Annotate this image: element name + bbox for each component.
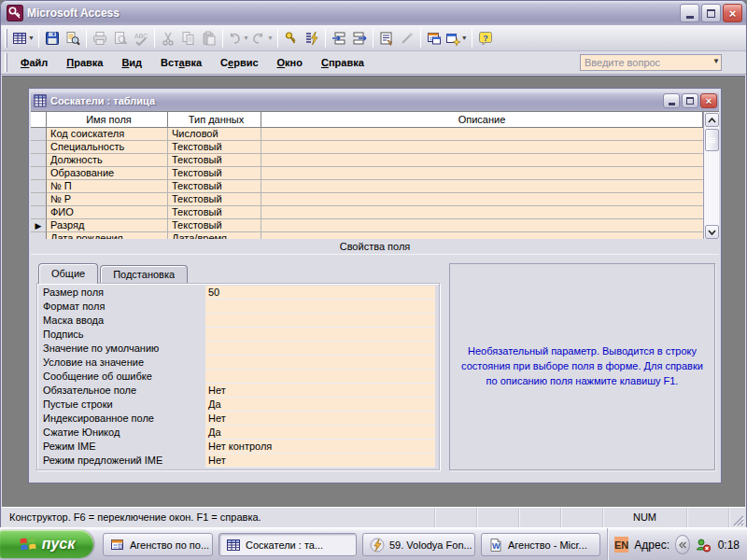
property-row[interactable]: Индексированное полеНет [37, 412, 439, 426]
description-cell[interactable] [261, 193, 719, 206]
property-row[interactable]: Режим предложений IMEНет [37, 454, 439, 468]
data-type-cell[interactable]: Текстовый [168, 180, 261, 193]
field-row[interactable]: Должность Текстовый [31, 154, 719, 167]
primary-key-button[interactable] [281, 28, 302, 49]
field-row[interactable]: Образование Текстовый [31, 167, 719, 180]
row-selector[interactable] [31, 206, 47, 219]
property-value-input[interactable] [205, 370, 435, 384]
data-type-cell[interactable]: Текстовый [168, 167, 261, 180]
description-cell[interactable] [261, 128, 719, 141]
taskbar-item-table[interactable]: Соскатели : та... [218, 533, 357, 556]
resize-grip[interactable] [728, 508, 745, 527]
field-name-cell[interactable]: Образование [47, 167, 168, 180]
database-window-button[interactable] [424, 28, 444, 49]
field-row[interactable]: Дата рождения Дата/время [31, 232, 719, 239]
scroll-up-button[interactable] [705, 113, 719, 127]
description-cell[interactable] [261, 180, 719, 193]
property-value-input[interactable] [205, 300, 435, 314]
menu-file[interactable]: Файл [11, 53, 57, 72]
properties-button[interactable] [376, 28, 397, 49]
property-value-input[interactable]: Нет [205, 454, 435, 468]
data-type-cell[interactable]: Дата/время [168, 232, 261, 239]
taskbar-item-database[interactable]: Агенство по по... [103, 533, 213, 556]
description-cell[interactable] [261, 219, 719, 232]
menu-help[interactable]: Справка [312, 53, 374, 72]
field-row[interactable]: № П Текстовый [31, 180, 719, 193]
property-row[interactable]: Сжатие ЮникодДа [37, 426, 439, 440]
data-type-cell[interactable]: Текстовый [168, 219, 261, 232]
row-selector[interactable] [31, 154, 47, 167]
field-name-cell[interactable]: № П [47, 180, 168, 193]
menubar-grip[interactable] [5, 53, 7, 72]
field-name-cell[interactable]: ФИО [47, 206, 168, 219]
data-type-cell[interactable]: Числовой [168, 128, 261, 141]
toolbar-grip[interactable] [5, 29, 7, 48]
scroll-down-button[interactable] [705, 225, 719, 239]
taskbar-clock[interactable]: 0:18 [718, 539, 740, 552]
menu-edit[interactable]: Правка [57, 53, 112, 72]
property-row[interactable]: Подпись [37, 328, 439, 342]
tab-general[interactable]: Общие [38, 263, 98, 284]
field-row[interactable]: № Р Текстовый [31, 193, 719, 206]
menu-window[interactable]: Окно [268, 53, 312, 72]
delete-rows-button[interactable] [349, 28, 370, 49]
new-object-button[interactable]: ▼ [444, 28, 469, 49]
property-value-input[interactable]: Нет [205, 412, 435, 426]
language-indicator[interactable]: EN [614, 537, 628, 553]
row-selector[interactable] [31, 167, 47, 180]
field-name-cell[interactable]: Специальность [47, 141, 168, 154]
expand-chevron-button[interactable] [675, 535, 690, 554]
property-row[interactable]: Пустые строкиДа [37, 398, 439, 412]
maximize-button[interactable] [701, 4, 721, 22]
child-minimize-button[interactable] [663, 93, 680, 108]
taskbar-item-word[interactable]: W Агенство - Micr... [481, 533, 600, 556]
menu-tools[interactable]: Сервис [211, 53, 267, 72]
property-value-input[interactable]: Да [205, 398, 435, 412]
property-value-input[interactable] [205, 314, 435, 328]
property-value-input[interactable] [205, 342, 435, 356]
field-name-cell[interactable]: Должность [47, 154, 168, 167]
row-selector[interactable] [31, 180, 47, 193]
field-name-cell[interactable]: Разряд [47, 219, 168, 232]
main-title-bar[interactable]: Microsoft Access × [1, 1, 746, 25]
start-button[interactable]: пуск [0, 530, 93, 558]
row-selector[interactable] [31, 193, 47, 206]
field-name-cell[interactable]: Дата рождения [47, 232, 168, 239]
ask-question-input[interactable] [580, 54, 722, 71]
field-row[interactable]: Специальность Текстовый [31, 141, 719, 154]
grid-vertical-scrollbar[interactable] [703, 112, 719, 239]
property-value-input[interactable]: Нет контроля [205, 440, 435, 454]
tab-lookup[interactable]: Подстановка [100, 265, 188, 283]
data-type-cell[interactable]: Текстовый [168, 193, 261, 206]
property-value-input[interactable]: Да [205, 426, 435, 440]
row-selector[interactable] [31, 128, 47, 141]
property-row[interactable]: Обязательное полеНет [37, 384, 439, 398]
property-value-input[interactable]: 50 [205, 286, 435, 300]
description-cell[interactable] [261, 141, 719, 154]
help-button[interactable]: ? [475, 28, 496, 49]
property-row[interactable]: Режим IMEНет контроля [37, 440, 439, 454]
property-row[interactable]: Размер поля50 [37, 286, 439, 300]
description-cell[interactable] [261, 154, 719, 167]
close-button[interactable]: × [723, 4, 742, 22]
description-cell[interactable] [261, 206, 719, 219]
child-title-bar[interactable]: Соскатели : таблица × [31, 91, 719, 111]
menu-view[interactable]: Вид [112, 53, 151, 72]
view-design-button[interactable]: ▼ [11, 28, 35, 49]
field-name-cell[interactable]: Код соискателя [47, 128, 168, 141]
scrollbar-thumb[interactable] [705, 129, 719, 151]
property-row[interactable]: Условие на значение [37, 356, 439, 370]
field-row[interactable]: ФИО Текстовый [31, 206, 719, 219]
row-selector[interactable] [31, 141, 47, 154]
data-type-cell[interactable]: Текстовый [168, 206, 261, 219]
field-name-cell[interactable]: № Р [47, 193, 168, 206]
menu-insert[interactable]: Вставка [151, 53, 211, 72]
property-row[interactable]: Формат поля [37, 300, 439, 314]
property-value-input[interactable]: Нет [205, 384, 435, 398]
minimize-button[interactable] [680, 4, 699, 22]
taskbar-item-winamp[interactable]: 59. Volodya Fon... [362, 533, 475, 556]
messenger-status-icon[interactable] [696, 538, 711, 553]
description-cell[interactable] [261, 232, 719, 239]
ask-dropdown-icon[interactable]: ▼ [712, 57, 720, 65]
file-search-button[interactable] [63, 28, 83, 49]
